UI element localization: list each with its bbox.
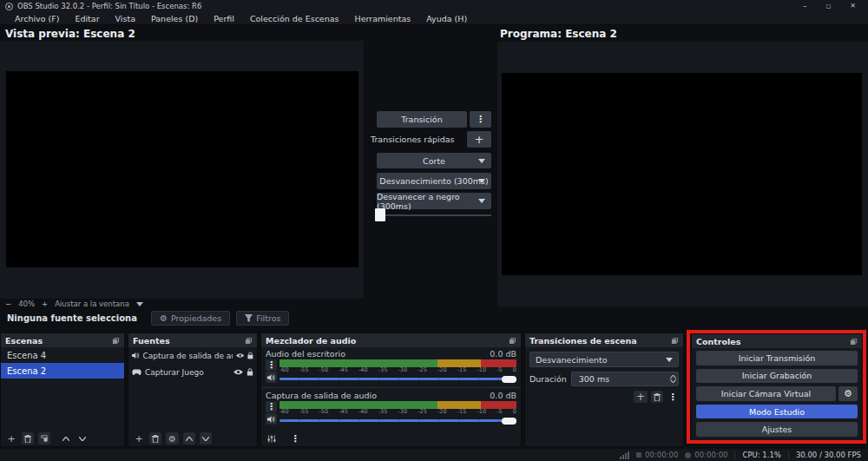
start-recording-button[interactable]: Iniciar Grabación bbox=[696, 369, 858, 384]
fade-to-black-transition-button[interactable]: Desvanecer a negro (300ms) bbox=[377, 193, 491, 209]
transition-menu-button[interactable]: ⋮ bbox=[470, 111, 491, 128]
add-transition-button[interactable]: + bbox=[634, 391, 648, 403]
popout-icon[interactable] bbox=[112, 337, 120, 345]
add-scene-button[interactable]: + bbox=[5, 432, 17, 445]
audio-mixer-dock: Mezclador de audio Audio del escritorio … bbox=[260, 333, 522, 447]
menu-item-perfil[interactable]: Perfil bbox=[206, 12, 242, 25]
transition-select[interactable]: Desvanecimiento bbox=[529, 352, 679, 367]
spin-up-icon[interactable] bbox=[670, 375, 676, 379]
meter-tick: -30 bbox=[398, 367, 408, 373]
meter-tick: -55 bbox=[299, 367, 309, 373]
filters-button[interactable]: Filtros bbox=[236, 311, 289, 326]
slider-handle[interactable] bbox=[502, 376, 516, 383]
lock-icon[interactable] bbox=[247, 352, 253, 359]
channel-menu-button[interactable]: ⋮ bbox=[266, 359, 277, 371]
start-virtual-camera-button[interactable]: Iniciar Cámara Virtual bbox=[696, 386, 836, 401]
start-streaming-button[interactable]: Iniciar Transmisión bbox=[696, 351, 858, 366]
properties-button[interactable]: ⚙ Propiedades bbox=[151, 311, 230, 326]
volume-slider[interactable] bbox=[279, 415, 516, 426]
scenes-dock-header: Escenas bbox=[1, 333, 124, 347]
program-canvas[interactable] bbox=[502, 73, 862, 275]
filter-icon bbox=[245, 314, 253, 322]
eye-icon[interactable] bbox=[236, 352, 244, 359]
menu-item-coleccion-escenas[interactable]: Colección de Escenas bbox=[242, 12, 347, 25]
menu-item-paneles[interactable]: Paneles (D) bbox=[143, 12, 206, 25]
channel-menu-button[interactable]: ⋮ bbox=[266, 401, 277, 412]
mixer-settings-button[interactable] bbox=[266, 432, 278, 445]
preview-canvas[interactable] bbox=[6, 71, 358, 267]
cut-transition-button[interactable]: Corte bbox=[377, 153, 491, 168]
menu-item-ayuda[interactable]: Ayuda (H) bbox=[418, 12, 475, 25]
popout-icon[interactable] bbox=[509, 337, 516, 345]
menu-item-herramientas[interactable]: Herramientas bbox=[347, 12, 419, 25]
move-scene-down-button[interactable] bbox=[76, 432, 89, 445]
source-properties-button[interactable]: ⚙ bbox=[166, 432, 179, 445]
gear-icon: ⚙ bbox=[844, 388, 852, 399]
minimize-button[interactable]: – bbox=[803, 0, 807, 12]
close-button[interactable]: ✕ bbox=[850, 0, 856, 12]
popout-icon[interactable] bbox=[671, 337, 679, 345]
transition-properties-menu-button[interactable]: ⋮ bbox=[667, 391, 679, 403]
mute-button[interactable] bbox=[266, 372, 277, 383]
source-item-game-capture[interactable]: Capturar Juego bbox=[128, 364, 257, 380]
cpu-usage: CPU: 1.1% bbox=[742, 451, 780, 459]
meter-tick: -55 bbox=[299, 409, 309, 415]
meter-tick: -15 bbox=[457, 409, 467, 415]
virtual-camera-settings-button[interactable]: ⚙ bbox=[838, 386, 858, 401]
tbar-handle[interactable] bbox=[375, 208, 385, 221]
fade-transition-button[interactable]: Desvanecimiento (300ms) bbox=[377, 173, 491, 189]
menu-item-vista[interactable]: Vista bbox=[108, 12, 143, 25]
eye-icon[interactable] bbox=[233, 369, 243, 375]
lock-icon[interactable] bbox=[247, 368, 253, 376]
mute-button[interactable] bbox=[266, 413, 277, 425]
remove-source-button[interactable] bbox=[149, 432, 161, 445]
chevron-down-icon bbox=[478, 179, 485, 183]
menu-item-archivo[interactable]: Archivo (F) bbox=[7, 12, 67, 25]
source-item-audio-output[interactable]: Captura de salida de audio bbox=[128, 347, 257, 364]
divider bbox=[261, 387, 521, 388]
move-source-up-button[interactable] bbox=[183, 432, 195, 445]
record-status: 00:00:00 bbox=[685, 451, 727, 459]
tbar-slider[interactable] bbox=[377, 214, 491, 216]
popout-icon[interactable] bbox=[245, 337, 253, 345]
meter-tick: -5 bbox=[496, 409, 502, 415]
chevron-up-icon bbox=[62, 437, 69, 441]
add-source-button[interactable]: + bbox=[133, 432, 145, 445]
divider bbox=[788, 451, 789, 459]
move-scene-up-button[interactable] bbox=[60, 432, 72, 445]
record-status-icon bbox=[685, 452, 691, 458]
scene-filters-button[interactable] bbox=[38, 432, 50, 445]
duration-spinbox[interactable]: 300 ms bbox=[571, 372, 679, 386]
spin-down-icon[interactable] bbox=[670, 379, 676, 383]
studio-mode-button[interactable]: Modo Estudio bbox=[696, 405, 858, 419]
scene-item[interactable]: Escena 4 bbox=[1, 347, 124, 363]
move-source-down-button[interactable] bbox=[200, 432, 212, 445]
add-quick-transition-button[interactable]: + bbox=[467, 131, 491, 148]
channel-name: Audio del escritorio bbox=[266, 349, 345, 359]
filter-icon bbox=[41, 435, 48, 442]
obs-logo-icon bbox=[5, 3, 13, 10]
slider-handle[interactable] bbox=[502, 418, 516, 425]
chevron-down-icon[interactable] bbox=[136, 302, 143, 306]
remove-transition-button[interactable] bbox=[651, 391, 663, 403]
maximize-button[interactable]: ◻ bbox=[825, 0, 831, 12]
chevron-down-icon bbox=[478, 199, 485, 203]
meter-tick: -10 bbox=[477, 367, 487, 373]
settings-button[interactable]: Ajustes bbox=[696, 422, 858, 437]
controls-dock: Controles Iniciar Transmisión Iniciar Gr… bbox=[692, 334, 862, 441]
speaker-icon bbox=[132, 352, 140, 359]
meter-tick: -40 bbox=[358, 409, 368, 415]
stream-status-icon bbox=[636, 452, 641, 458]
controls-dock-header: Controles bbox=[692, 334, 862, 348]
meter-tick: -20 bbox=[437, 367, 447, 373]
transition-button[interactable]: Transición bbox=[377, 111, 467, 128]
mixer-menu-button[interactable]: ⋮ bbox=[289, 432, 301, 445]
meter-tick: -10 bbox=[477, 409, 487, 415]
volume-slider[interactable] bbox=[279, 373, 516, 385]
menu-item-editar[interactable]: Editar bbox=[67, 12, 107, 25]
popout-icon[interactable] bbox=[850, 338, 858, 346]
remove-scene-button[interactable] bbox=[22, 432, 34, 445]
sources-dock: Fuentes Captura de salida de audio Captu… bbox=[128, 333, 258, 447]
scene-item-selected[interactable]: Escena 2 bbox=[1, 363, 124, 379]
no-source-label: Ninguna fuente selecciona bbox=[7, 313, 137, 323]
